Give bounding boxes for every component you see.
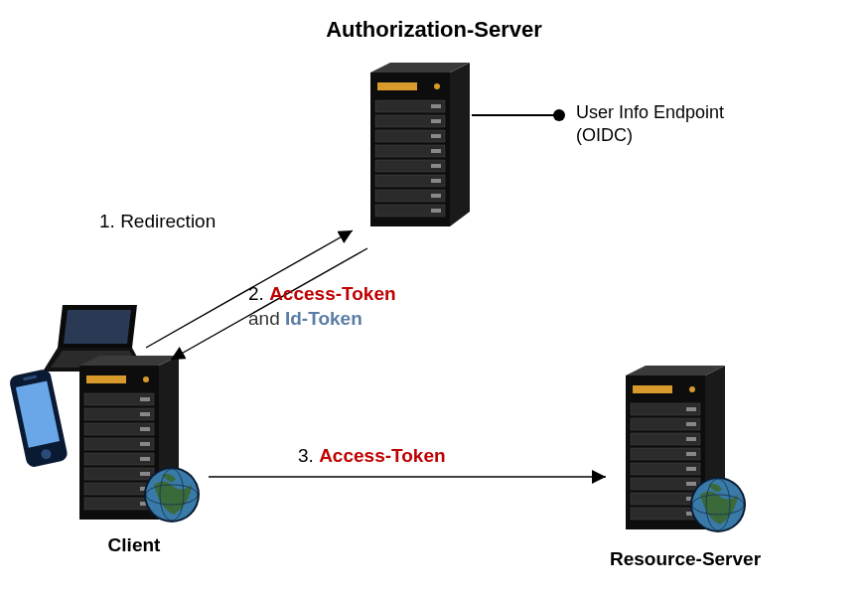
svg-point-4 — [434, 83, 440, 89]
svg-rect-69 — [686, 407, 696, 411]
endpoint-label-line2: (OIDC) — [576, 125, 633, 146]
svg-marker-24 — [64, 310, 131, 344]
auth-server-node — [365, 63, 475, 240]
svg-rect-48 — [140, 457, 150, 461]
svg-rect-14 — [431, 119, 441, 123]
svg-rect-46 — [140, 427, 150, 431]
svg-rect-34 — [86, 375, 126, 383]
server-icon — [365, 63, 475, 236]
step2-label-line2: and Id-Token — [248, 308, 362, 330]
svg-rect-3 — [377, 82, 417, 90]
svg-rect-13 — [431, 104, 441, 108]
step3-num: 3. — [298, 445, 314, 466]
step3-access: Access-Token — [319, 445, 445, 466]
svg-rect-45 — [140, 412, 150, 416]
svg-point-22 — [553, 109, 565, 121]
step2-num: 2. — [248, 283, 264, 304]
endpoint-label-line1: User Info Endpoint — [576, 102, 724, 123]
svg-rect-18 — [431, 179, 441, 183]
svg-rect-59 — [633, 385, 672, 393]
step1-text: Redirection — [120, 211, 216, 231]
server-with-globe-icon — [621, 366, 750, 544]
server-with-globe-icon — [74, 356, 204, 534]
svg-rect-47 — [140, 442, 150, 446]
svg-rect-72 — [686, 452, 696, 456]
svg-rect-71 — [686, 437, 696, 441]
svg-rect-17 — [431, 164, 441, 168]
svg-rect-74 — [686, 482, 696, 486]
svg-rect-20 — [431, 209, 441, 213]
step2-and: and — [248, 308, 280, 329]
step2-access: Access-Token — [269, 283, 395, 304]
client-label: Client — [65, 534, 204, 556]
step2-id: Id-Token — [285, 308, 362, 329]
step1-num: 1. — [99, 211, 115, 231]
svg-rect-15 — [431, 134, 441, 138]
step2-label-line1: 2. Access-Token — [248, 283, 396, 305]
svg-rect-16 — [431, 149, 441, 153]
step1-label: 1. Redirection — [99, 211, 216, 232]
phone-icon — [4, 366, 73, 473]
svg-point-60 — [689, 386, 695, 392]
auth-server-title: Authorization-Server — [0, 17, 868, 43]
resource-server-node — [621, 366, 750, 548]
svg-rect-70 — [686, 422, 696, 426]
svg-point-35 — [143, 376, 149, 382]
svg-marker-0 — [450, 63, 470, 226]
diagram-stage: Authorization-Server — [0, 0, 868, 598]
resource-server-label: Resource-Server — [571, 548, 799, 570]
step3-label: 3. Access-Token — [298, 445, 446, 467]
svg-rect-19 — [431, 194, 441, 198]
svg-rect-73 — [686, 467, 696, 471]
svg-rect-49 — [140, 472, 150, 476]
svg-rect-44 — [140, 397, 150, 401]
client-server-node — [74, 356, 204, 538]
